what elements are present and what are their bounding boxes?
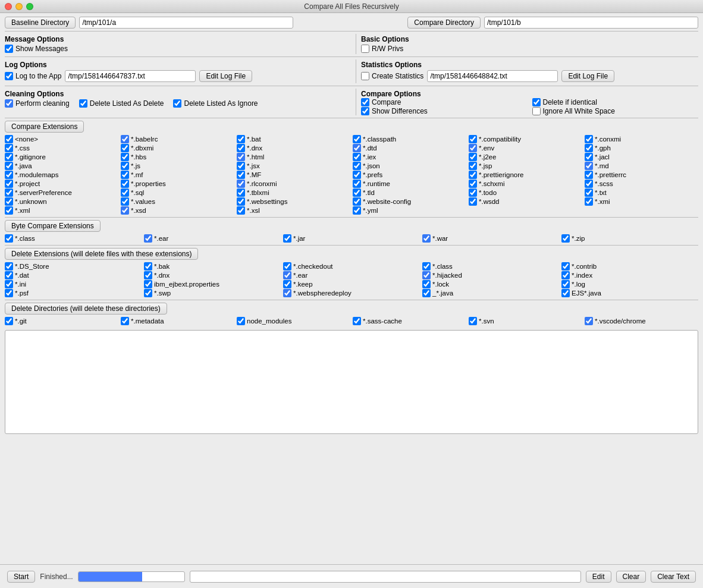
compare-ext-item[interactable]: *.properties bbox=[121, 180, 234, 188]
ignore-whitespace-input[interactable] bbox=[532, 107, 541, 115]
compare-ext-checkbox[interactable] bbox=[121, 206, 129, 215]
compare-ext-checkbox[interactable] bbox=[585, 171, 593, 179]
compare-ext-item[interactable]: *.project bbox=[5, 180, 118, 188]
byte-ext-checkbox[interactable] bbox=[422, 234, 431, 243]
compare-ext-item[interactable]: *.babelrc bbox=[121, 135, 234, 143]
compare-ext-checkbox[interactable] bbox=[469, 162, 477, 170]
compare-ext-checkbox[interactable] bbox=[237, 171, 245, 179]
compare-ext-checkbox[interactable] bbox=[353, 180, 361, 188]
compare-ext-checkbox[interactable] bbox=[353, 171, 361, 179]
edit-stats-log-button[interactable]: Edit Log File bbox=[561, 70, 614, 82]
compare-ext-item[interactable]: *.sql bbox=[121, 188, 234, 197]
compare-path-input[interactable] bbox=[484, 17, 698, 29]
delete-ext-item[interactable]: *.dnx bbox=[144, 271, 281, 279]
compare-ext-item[interactable]: *.tblxmi bbox=[237, 188, 350, 197]
delete-if-identical-input[interactable] bbox=[532, 98, 541, 106]
delete-dir-checkbox[interactable] bbox=[121, 317, 129, 325]
delete-listed-ignore-input[interactable] bbox=[173, 99, 181, 108]
compare-ext-checkbox[interactable] bbox=[469, 180, 477, 188]
compare-ext-item[interactable]: *.dbxmi bbox=[121, 144, 234, 152]
compare-ext-item[interactable]: *.scss bbox=[585, 180, 698, 188]
byte-compare-extensions-button[interactable]: Byte Compare Extensions bbox=[5, 220, 101, 232]
clear-button[interactable]: Clear bbox=[616, 571, 646, 583]
compare-extensions-button[interactable]: Compare Extensions bbox=[5, 121, 84, 133]
delete-ext-item[interactable]: *.webspheredeploy bbox=[283, 289, 420, 297]
compare-ext-checkbox[interactable] bbox=[469, 197, 477, 206]
compare-ext-checkbox[interactable] bbox=[237, 188, 245, 197]
delete-ext-item[interactable]: *.hijacked bbox=[422, 271, 559, 279]
compare-ext-item[interactable]: *.unknown bbox=[5, 197, 118, 206]
compare-ext-checkbox[interactable] bbox=[585, 135, 593, 143]
log-to-app-checkbox[interactable]: Log to the App bbox=[5, 72, 61, 80]
delete-ext-item[interactable]: *.ear bbox=[283, 271, 420, 279]
compare-ext-checkbox[interactable] bbox=[585, 144, 593, 152]
compare-ext-checkbox[interactable] bbox=[237, 153, 245, 161]
compare-ext-checkbox[interactable] bbox=[469, 153, 477, 161]
compare-ext-item[interactable]: *.conxmi bbox=[585, 135, 698, 143]
delete-ext-item[interactable]: *.DS_Store bbox=[5, 262, 142, 271]
compare-ext-item[interactable]: *.prettierignore bbox=[469, 171, 582, 179]
byte-ext-checkbox[interactable] bbox=[283, 234, 291, 243]
compare-ext-checkbox[interactable] bbox=[237, 135, 245, 143]
compare-ext-checkbox[interactable] bbox=[237, 144, 245, 152]
compare-ext-checkbox[interactable] bbox=[237, 162, 245, 170]
perform-cleaning-input[interactable] bbox=[5, 99, 13, 108]
compare-ext-checkbox[interactable] bbox=[121, 144, 129, 152]
delete-dir-checkbox[interactable] bbox=[469, 317, 477, 325]
delete-listed-delete-checkbox[interactable]: Delete Listed As Delete bbox=[79, 99, 164, 108]
delete-ext-checkbox[interactable] bbox=[5, 262, 13, 271]
delete-dir-item[interactable]: *.vscode/chrome bbox=[585, 317, 698, 325]
delete-ext-checkbox[interactable] bbox=[283, 262, 291, 271]
delete-ext-item[interactable]: *.ini bbox=[5, 280, 142, 288]
delete-extensions-button[interactable]: Delete Extensions (will delete files wit… bbox=[5, 248, 198, 260]
delete-ext-checkbox[interactable] bbox=[5, 289, 13, 297]
compare-ext-item[interactable]: *.json bbox=[353, 162, 466, 170]
edit-button[interactable]: Edit bbox=[586, 571, 611, 583]
baseline-directory-button[interactable]: Baseline Directory bbox=[5, 17, 76, 29]
byte-ext-checkbox[interactable] bbox=[144, 234, 152, 243]
compare-checkbox[interactable]: Compare bbox=[361, 98, 528, 106]
rw-privs-input[interactable] bbox=[361, 45, 369, 53]
delete-dir-item[interactable]: *.git bbox=[5, 317, 118, 325]
edit-log-button[interactable]: Edit Log File bbox=[199, 70, 252, 82]
delete-ext-checkbox[interactable] bbox=[144, 280, 152, 288]
compare-ext-item[interactable]: *.todo bbox=[469, 188, 582, 197]
byte-ext-checkbox[interactable] bbox=[5, 234, 13, 243]
compare-ext-item[interactable]: *.wsdd bbox=[469, 197, 582, 206]
delete-ext-item[interactable]: *.checkedout bbox=[283, 262, 420, 271]
delete-dir-item[interactable]: node_modules bbox=[237, 317, 350, 325]
compare-ext-checkbox[interactable] bbox=[237, 197, 245, 206]
compare-ext-checkbox[interactable] bbox=[5, 135, 13, 143]
compare-ext-item[interactable]: *.serverPreference bbox=[5, 188, 118, 197]
delete-ext-item[interactable]: *.index bbox=[561, 271, 698, 279]
compare-ext-checkbox[interactable] bbox=[353, 188, 361, 197]
delete-dir-checkbox[interactable] bbox=[5, 317, 13, 325]
delete-dir-item[interactable]: *.metadata bbox=[121, 317, 234, 325]
delete-ext-checkbox[interactable] bbox=[144, 262, 152, 271]
compare-ext-item[interactable]: *.js bbox=[121, 162, 234, 170]
compare-ext-checkbox[interactable] bbox=[353, 197, 361, 206]
delete-ext-item[interactable]: *.contrib bbox=[561, 262, 698, 271]
delete-ext-checkbox[interactable] bbox=[561, 289, 570, 297]
compare-ext-item[interactable]: *.classpath bbox=[353, 135, 466, 143]
compare-ext-checkbox[interactable] bbox=[469, 171, 477, 179]
delete-ext-checkbox[interactable] bbox=[422, 289, 431, 297]
compare-ext-checkbox[interactable] bbox=[237, 180, 245, 188]
compare-ext-item[interactable]: *.java bbox=[5, 162, 118, 170]
compare-ext-item[interactable]: *.md bbox=[585, 162, 698, 170]
compare-ext-item[interactable]: *.values bbox=[121, 197, 234, 206]
compare-ext-item[interactable]: *.env bbox=[469, 144, 582, 152]
delete-ext-item[interactable]: ibm_ejbext.properties bbox=[144, 280, 281, 288]
compare-ext-item[interactable]: *.xsl bbox=[237, 206, 350, 215]
compare-ext-item[interactable]: *.prettierrc bbox=[585, 171, 698, 179]
compare-ext-item[interactable]: *.xmi bbox=[585, 197, 698, 206]
delete-dir-item[interactable]: *.svn bbox=[469, 317, 582, 325]
byte-ext-item[interactable]: *.class bbox=[5, 234, 142, 243]
show-messages-input[interactable] bbox=[5, 45, 13, 53]
maximize-button[interactable] bbox=[26, 3, 33, 10]
delete-ext-item[interactable]: *.psf bbox=[5, 289, 142, 297]
compare-ext-checkbox[interactable] bbox=[5, 180, 13, 188]
rw-privs-checkbox[interactable]: R/W Privs bbox=[361, 45, 403, 53]
compare-ext-checkbox[interactable] bbox=[585, 153, 593, 161]
show-messages-checkbox[interactable]: Show Messages bbox=[5, 45, 68, 53]
